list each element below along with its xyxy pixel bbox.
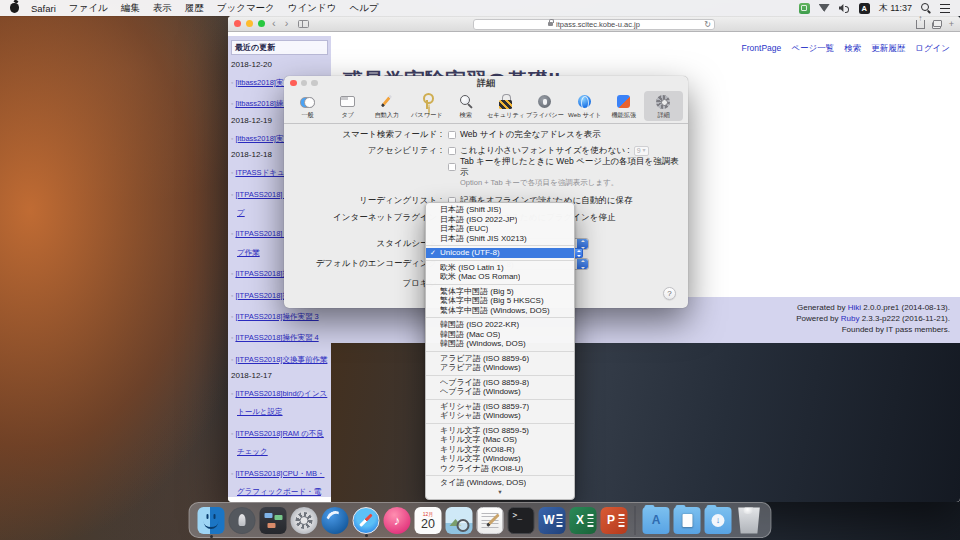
- preferences-tab[interactable]: 検索: [446, 91, 486, 121]
- smart-search-row: スマート検索フィールド : Web サイトの完全なアドレスを表示: [292, 129, 680, 140]
- menu-bar-item[interactable]: Safari: [31, 3, 56, 14]
- wiki-page-link[interactable]: [ITPASS2018]操作実習 3: [235, 312, 318, 321]
- volume-icon[interactable]: [839, 4, 850, 13]
- menu-bar-item[interactable]: ウインドウ: [288, 2, 337, 15]
- preferences-tab[interactable]: プライバシー: [525, 91, 565, 121]
- menu-group: ギリシャ語 (ISO 8859-7)ギリシャ語 (Windows): [426, 399, 574, 421]
- wiki-page-link[interactable]: [ITPASS2018]RAM の不良チェック: [235, 429, 323, 456]
- documents-folder-icon[interactable]: [674, 507, 701, 534]
- preview-icon[interactable]: [446, 507, 473, 534]
- input-source-icon[interactable]: A: [859, 3, 870, 14]
- status-app-icon[interactable]: [799, 3, 810, 14]
- terminal-icon[interactable]: >_: [508, 507, 535, 534]
- notification-center-icon[interactable]: [940, 4, 950, 13]
- system-preferences-icon[interactable]: [291, 507, 318, 534]
- sidebar-toggle-icon[interactable]: [298, 20, 309, 28]
- wiki-page-link[interactable]: [itbass2018]実習: [235, 78, 290, 87]
- encoding-menu-item[interactable]: アラビア語 (Windows): [426, 363, 574, 373]
- menu-bar-status: A 木 11:37: [799, 2, 950, 15]
- menu-bar-item[interactable]: ファイル: [69, 2, 108, 15]
- trash-icon[interactable]: [736, 507, 763, 534]
- encoding-menu-item[interactable]: ヘブライ語 (Windows): [426, 387, 574, 397]
- encoding-menu-item[interactable]: 繁体字中国語 (Windows, DOS): [426, 306, 574, 316]
- menu-bar: Safariファイル編集表示履歴ブックマークウインドウヘルプ A 木 11:37: [0, 0, 960, 16]
- menu-bar-item[interactable]: ヘルプ: [349, 2, 378, 15]
- wiki-nav-link[interactable]: ページ一覧: [791, 43, 834, 53]
- encoding-menu-item[interactable]: 韓国語 (Windows, DOS): [426, 339, 574, 349]
- encoding-menu-item[interactable]: ギリシャ語 (Windows): [426, 411, 574, 421]
- excel-icon[interactable]: X: [570, 507, 597, 534]
- wiki-nav-link[interactable]: FrontPage: [742, 43, 782, 53]
- wiki-nav-link[interactable]: ログイン: [915, 43, 950, 53]
- menu-group: ヘブライ語 (ISO 8859-8)ヘブライ語 (Windows): [426, 375, 574, 397]
- wiki-nav-link[interactable]: 検索: [844, 43, 861, 53]
- wiki-page-link[interactable]: [ITPASS2018]操作実習 4: [235, 333, 318, 342]
- footer-link[interactable]: Hiki: [848, 303, 861, 312]
- checkbox[interactable]: [448, 131, 456, 139]
- running-indicator: [210, 535, 213, 538]
- zoom-button[interactable]: [258, 20, 265, 27]
- preferences-tab[interactable]: Web サイト: [565, 91, 605, 121]
- safari-toolbar: itpass.scitec.kobe-u.ac.jp: [228, 16, 960, 32]
- font-size-select[interactable]: 9: [634, 146, 649, 156]
- wiki-page-link[interactable]: [ITPASS2018]交換事前作業: [235, 355, 327, 364]
- dock-separator: [635, 506, 636, 535]
- preferences-tab[interactable]: 自動入力: [367, 91, 407, 121]
- menu-group: 韓国語 (ISO 2022-KR)韓国語 (Mac OS)韓国語 (Window…: [426, 317, 574, 349]
- address-bar[interactable]: itpass.scitec.kobe-u.ac.jp: [473, 19, 715, 30]
- encoding-menu-item[interactable]: 欧米 (Mac OS Roman): [426, 272, 574, 282]
- safari-icon[interactable]: [353, 507, 380, 534]
- spotlight-icon[interactable]: [921, 3, 931, 13]
- menu-group: タイ語 (Windows, DOS): [426, 475, 574, 488]
- wifi-icon[interactable]: [819, 4, 830, 12]
- close-button[interactable]: [234, 20, 241, 27]
- footer-link[interactable]: Ruby: [841, 314, 860, 323]
- menu-bar-item[interactable]: 履歴: [185, 2, 204, 15]
- preferences-toolbar: 一般 タブ 自動入力 パスワード 検索 セキュリティ プライバシー: [284, 90, 688, 124]
- wiki-page-link[interactable]: [ITPASS2018]CPU・MB・グラフィックボード・電源の不良チェック: [235, 469, 324, 497]
- menu-bar-item[interactable]: ブックマーク: [217, 2, 275, 15]
- extensions-icon: [615, 93, 632, 110]
- wiki-nav-link[interactable]: 更新履歴: [871, 43, 905, 53]
- minimize-button[interactable]: [246, 20, 253, 27]
- encoding-menu-item[interactable]: 日本語 (Shift JIS X0213): [426, 234, 574, 244]
- reload-icon[interactable]: [704, 20, 711, 29]
- apple-menu-icon[interactable]: [10, 3, 19, 13]
- preferences-tab[interactable]: 機能拡張: [604, 91, 644, 121]
- help-button[interactable]: ?: [663, 287, 676, 300]
- encoding-menu-item[interactable]: タイ語 (Windows, DOS): [426, 478, 574, 488]
- preferences-tab[interactable]: パスワード: [407, 91, 447, 121]
- menu-bar-item[interactable]: 表示: [153, 2, 172, 15]
- encoding-menu-item[interactable]: Unicode (UTF-8): [426, 248, 574, 258]
- textedit-icon[interactable]: [477, 507, 504, 534]
- calendar-icon[interactable]: 12月 20: [415, 507, 442, 534]
- tab-overview-icon[interactable]: [932, 20, 942, 28]
- preferences-tab[interactable]: セキュリティ: [486, 91, 526, 121]
- powerpoint-icon[interactable]: P: [601, 507, 628, 534]
- back-button[interactable]: [270, 18, 278, 28]
- thunderbird-icon[interactable]: [322, 507, 349, 534]
- wiki-page-link[interactable]: [ITPASS2018]bindのインストールと設定: [235, 389, 327, 416]
- finder-icon[interactable]: [198, 507, 225, 534]
- preferences-tab[interactable]: タブ: [328, 91, 368, 121]
- launchpad-icon[interactable]: [229, 507, 256, 534]
- share-icon[interactable]: [916, 20, 925, 29]
- mission-control-icon[interactable]: [260, 507, 287, 534]
- encoding-menu-item[interactable]: ウクライナ語 (KOI8-U): [426, 464, 574, 474]
- preferences-tab[interactable]: 一般: [288, 91, 328, 121]
- pencil-icon: [378, 93, 395, 110]
- menu-bar-clock[interactable]: 木 11:37: [879, 2, 912, 15]
- checkbox[interactable]: [448, 147, 456, 155]
- popup-arrows-cap[interactable]: [575, 248, 583, 258]
- preferences-tab[interactable]: 詳細: [644, 91, 684, 121]
- downloads-folder-icon[interactable]: ↓: [705, 507, 732, 534]
- applications-folder-icon[interactable]: A: [643, 507, 670, 534]
- itunes-icon[interactable]: ♪: [384, 507, 411, 534]
- checkbox[interactable]: [448, 163, 456, 171]
- new-tab-icon[interactable]: [949, 19, 954, 29]
- menu-bar-item[interactable]: 編集: [121, 2, 140, 15]
- scroll-down-arrow[interactable]: [426, 488, 574, 497]
- tabs-icon: [339, 93, 356, 110]
- word-icon[interactable]: W: [539, 507, 566, 534]
- forward-button[interactable]: [283, 18, 291, 28]
